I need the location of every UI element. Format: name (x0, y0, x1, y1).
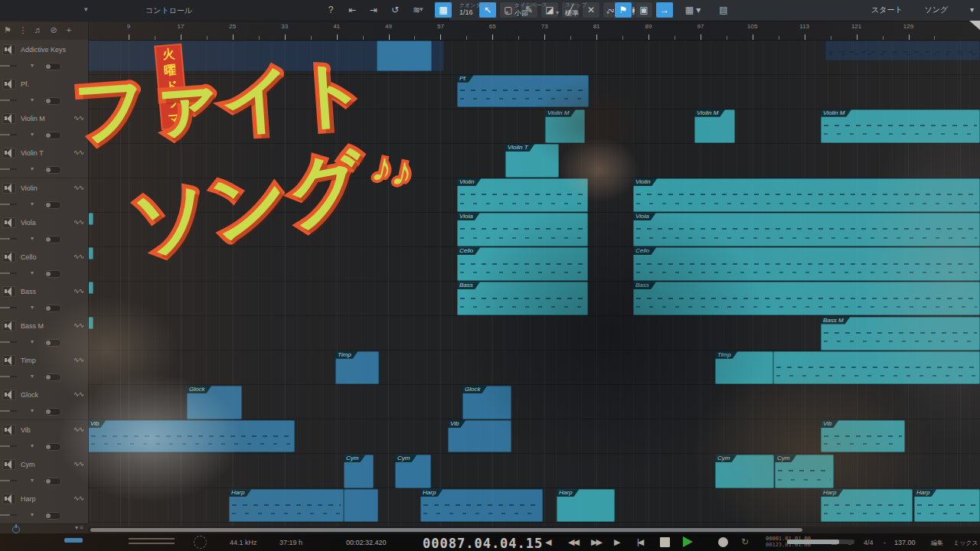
loop-icon[interactable]: ↻ (741, 536, 749, 547)
undo-history-tool[interactable]: ↺ (386, 2, 404, 18)
clip-vib[interactable]: Vib (448, 420, 511, 452)
chevron-down-icon[interactable]: ▾ (31, 96, 34, 103)
speaker-mute-icon[interactable] (2, 459, 16, 470)
track-row-viola[interactable]: Viola∿∿▾ (0, 213, 88, 248)
speaker-mute-icon[interactable] (2, 494, 16, 504)
chevron-down-icon[interactable]: ▾ (75, 524, 78, 531)
volume-slider[interactable] (0, 410, 17, 412)
clip-viola[interactable]: Viola (457, 213, 588, 246)
clip-violin-m[interactable]: Violin M (545, 109, 585, 143)
track-enable-toggle[interactable] (44, 408, 61, 416)
chevron-down-icon[interactable]: ▾ (31, 235, 34, 242)
tempo-display[interactable]: 137.00 (894, 539, 916, 546)
volume-slider[interactable] (0, 376, 17, 377)
track-row-bass[interactable]: Bass∿∿▾ (0, 282, 88, 317)
speaker-mute-icon[interactable] (2, 44, 16, 55)
mini-fader[interactable] (64, 538, 83, 543)
track-enable-toggle[interactable] (44, 478, 61, 485)
clip-viola[interactable]: Viola (633, 213, 980, 246)
speaker-mute-icon[interactable] (2, 113, 16, 124)
macro-tool[interactable]: ≋ (407, 2, 426, 18)
swing-value[interactable]: - (884, 539, 886, 546)
note-icon[interactable]: ♬ (31, 21, 46, 40)
clip-cym[interactable]: Cym (715, 455, 774, 488)
monitor-sliders[interactable] (129, 538, 175, 546)
clip-harp[interactable]: Harp (420, 489, 543, 522)
clip[interactable] (88, 282, 93, 294)
speaker-mute-icon[interactable] (2, 286, 16, 297)
track-enable-toggle[interactable] (44, 63, 61, 70)
volume-slider[interactable] (0, 99, 17, 101)
clip-bass[interactable]: Bass (633, 282, 980, 315)
timeline-ruler[interactable]: 91725334149576573818997105113121129 (88, 21, 980, 41)
volume-slider[interactable] (0, 445, 17, 447)
track-view-button[interactable]: ▣ (635, 2, 653, 18)
clip[interactable] (88, 213, 93, 225)
mix-panel-button[interactable]: ミックス (953, 539, 978, 547)
return-to-start-button[interactable]: |◀ (637, 537, 642, 547)
track-enable-toggle[interactable] (44, 97, 61, 105)
track-row-addictive-keys[interactable]: Addictive Keys▾ (0, 40, 88, 75)
clip-cym[interactable]: Cym (344, 455, 374, 488)
clip-harp[interactable]: Harp (557, 489, 615, 522)
track-row-vib[interactable]: Vib∿∿▾ (0, 420, 88, 455)
clip-timp[interactable]: Timp (335, 351, 379, 384)
clip-violin[interactable]: Violin (633, 178, 980, 212)
volume-slider[interactable] (0, 204, 17, 205)
volume-slider[interactable] (0, 272, 17, 274)
play-button[interactable] (683, 536, 693, 547)
chevron-down-icon[interactable]: ▾ (31, 201, 34, 207)
chevron-down-icon[interactable]: ▾ (31, 304, 34, 311)
clip-timp[interactable]: Timp (715, 351, 773, 384)
speaker-mute-icon[interactable] (2, 355, 16, 366)
track-enable-toggle[interactable] (44, 443, 61, 451)
locate-start-tool[interactable]: ⇤ (343, 2, 361, 18)
tab-start[interactable]: スタート (871, 5, 903, 14)
follow-playhead-button[interactable]: → (655, 2, 674, 18)
locate-end-tool[interactable]: ⇥ (364, 2, 383, 18)
help-tool[interactable]: ? (322, 2, 340, 18)
speaker-mute-icon[interactable] (2, 217, 16, 228)
step-forward-button[interactable]: ▶ (614, 537, 619, 547)
snap-toggle-button[interactable]: ▦ (434, 2, 452, 18)
data-view-button[interactable]: ▤ (714, 2, 733, 18)
step-back-button[interactable]: ◀ (545, 537, 550, 547)
chevron-down-icon[interactable]: ▾ (31, 269, 34, 276)
volume-slider[interactable] (0, 65, 17, 67)
track-enable-toggle[interactable] (44, 132, 61, 139)
menu-icon[interactable]: ≡ (80, 524, 83, 531)
chevron-down-icon[interactable]: ▾ (970, 5, 974, 14)
track-row-cym[interactable]: Cym∿∿▾ (0, 455, 88, 490)
timebase-combo[interactable]: タイムベース 小節 ▾ (513, 1, 560, 20)
clip-vib[interactable]: Vib (88, 420, 295, 452)
track-enable-toggle[interactable] (44, 512, 61, 520)
rewind-button[interactable]: ◀◀ (568, 537, 578, 547)
arrange-view[interactable]: Pf.Violin MViolin MViolin MViolin TVioli… (88, 40, 980, 527)
track-height-button[interactable]: ▦ ▾ (684, 2, 702, 18)
clip-violin[interactable]: Violin (457, 178, 588, 212)
clip[interactable] (773, 351, 980, 384)
clip-violin-m[interactable]: Violin M (821, 109, 980, 143)
volume-slider[interactable] (0, 168, 17, 170)
stop-button[interactable] (660, 537, 670, 547)
clip[interactable] (88, 317, 93, 329)
clip-cym[interactable]: Cym (395, 455, 431, 488)
autoscroll-button[interactable]: ⚑ (614, 2, 632, 18)
position-display[interactable]: 00087.04.04.15 (423, 536, 543, 551)
track-enable-toggle[interactable] (44, 373, 61, 381)
chevron-down-icon[interactable]: ▾ (31, 373, 34, 380)
clip-cello[interactable]: Cello (457, 247, 588, 281)
chevron-down-icon[interactable]: ▾ (31, 407, 34, 414)
clip[interactable] (88, 247, 93, 259)
clip-bass[interactable]: Bass (457, 282, 588, 315)
track-row-violin-m[interactable]: Violin M∿∿▾ (0, 109, 88, 144)
speaker-mute-icon[interactable] (2, 183, 16, 194)
chevron-down-icon[interactable]: ▾ (84, 5, 88, 13)
speaker-mute-icon[interactable] (2, 321, 16, 331)
clip-violin-t[interactable]: Violin T (505, 144, 559, 178)
layers-icon[interactable]: ⋮ (15, 21, 31, 40)
power-icon[interactable] (12, 526, 20, 533)
chevron-down-icon[interactable]: ▾ (31, 62, 34, 69)
record-button[interactable] (718, 537, 728, 547)
chevron-down-icon[interactable]: ▾ (31, 442, 34, 449)
